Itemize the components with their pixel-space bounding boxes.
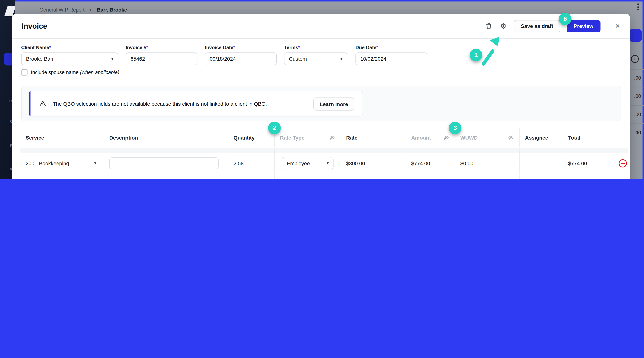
background-primary-button [629, 29, 642, 42]
invoice-number-value: 65462 [130, 56, 145, 62]
close-icon[interactable]: ✕ [614, 22, 622, 30]
client-name-select[interactable]: Brooke Barr ▾ [21, 53, 118, 65]
col-amount: Amount [406, 128, 455, 147]
col-service: Service [20, 128, 104, 147]
breadcrumb-barr-brooke: Barr, Brooke [97, 7, 127, 13]
terms-label: Terms [284, 45, 298, 50]
preview-button[interactable]: Preview [567, 20, 600, 32]
alert-accent-bar [29, 91, 30, 116]
col-actions [617, 128, 628, 147]
rate-cell: $300.00 [341, 153, 406, 174]
annotation-6: 6 [559, 13, 572, 25]
required-asterisk: * [376, 45, 378, 50]
wuwd-cell: $0.00 [455, 153, 520, 174]
table-row: 200 - Bookkeeping▾ 2.58 Employee ▾ $300.… [20, 153, 628, 174]
amount-cell: $774.00 [406, 153, 455, 174]
annotation-1: 1 [470, 49, 482, 61]
due-date-label: Due Date [356, 45, 376, 50]
breadcrumb: General WIP Report › Barr, Brooke [40, 6, 127, 13]
include-spouse-label: Include spouse name (when applicable) [31, 70, 119, 75]
divider [629, 69, 644, 70]
terms-value: Custom [289, 56, 307, 62]
required-asterisk: * [146, 45, 148, 50]
chevron-right-icon: › [90, 6, 92, 13]
col-wuwd: WUWD [455, 128, 520, 147]
service-select[interactable]: 200 - Bookkeeping▾ [20, 153, 104, 174]
due-date-field: Due Date* 10/02/2024 [356, 45, 427, 65]
invoice-table-header: Service Description Quantity Rate Type R… [20, 128, 628, 147]
amount-cell: $324.00 [406, 175, 455, 179]
quantity-cell: 2.58 [228, 153, 275, 174]
qbo-alert: The QBO selection fields are not availab… [21, 86, 621, 121]
invoice-date-value: 09/18/2024 [210, 56, 236, 62]
col-rate: Rate [341, 128, 406, 147]
terms-field: Terms* Custom ▾ [284, 45, 347, 65]
invoice-date-input[interactable]: 09/18/2024 [205, 53, 277, 65]
gear-icon[interactable] [499, 22, 507, 30]
modal-title: Invoice [22, 22, 47, 30]
service-cell: 200 - Bookkeeping [20, 175, 104, 179]
wuwd-cell: $ [455, 175, 520, 179]
include-spouse-checkbox[interactable] [21, 69, 28, 76]
invoice-number-input[interactable]: 65462 [126, 53, 198, 65]
client-name-field: Client Name* Brooke Barr ▾ [21, 45, 118, 65]
rate-cell: $ [341, 175, 406, 179]
total-cell [563, 175, 617, 179]
col-total: Total [563, 128, 617, 147]
invoice-date-field: Invoice Date* 09/18/2024 [205, 45, 277, 65]
invoice-number-label: Invoice # [126, 45, 146, 50]
invoice-modal: Invoice Save as draft Preview ✕ Client N… [12, 14, 630, 179]
trash-icon[interactable] [485, 22, 493, 30]
required-asterisk: * [233, 45, 235, 50]
table-row: 200 - Bookkeeping Context 1.08 $ $324.00… [20, 175, 628, 179]
client-name-label: Client Name [21, 45, 49, 50]
annotation-3: 3 [449, 122, 462, 134]
col-rate-type: Rate Type [275, 128, 341, 147]
learn-more-button[interactable]: Learn more [314, 98, 354, 111]
client-name-value: Brooke Barr [26, 56, 54, 62]
col-quantity: Quantity [228, 128, 275, 147]
divider [629, 87, 644, 88]
assignee-cell: Taryn E Sellers [520, 175, 563, 179]
annotation-2: 2 [268, 122, 281, 134]
rate-type-cell: Employee ▾ [275, 153, 341, 174]
assignee-cell [520, 153, 563, 174]
annotation-arrow [478, 35, 502, 67]
required-asterisk: * [49, 45, 51, 50]
eye-off-icon[interactable] [329, 135, 336, 141]
info-icon: i [631, 55, 639, 63]
col-description: Description [104, 128, 228, 147]
divider [629, 123, 644, 124]
required-asterisk: * [298, 45, 300, 50]
warning-icon [39, 100, 46, 107]
due-date-input[interactable]: 10/02/2024 [356, 53, 427, 65]
breadcrumb-general-wip-report[interactable]: General WIP Report [40, 7, 84, 13]
terms-select[interactable]: Custom ▾ [284, 53, 347, 65]
divider [629, 142, 644, 142]
eye-off-icon[interactable] [508, 135, 514, 141]
table-gap-strip [20, 148, 628, 153]
invoice-number-field: Invoice #* 65462 [126, 45, 198, 65]
caret-down-icon: ▾ [111, 56, 114, 61]
quantity-cell: 1.08 [228, 175, 275, 179]
invoice-date-label: Invoice Date [205, 45, 233, 50]
description-cell: Context [104, 175, 228, 179]
rate-type-cell [275, 175, 341, 179]
kebab-menu-icon[interactable] [636, 3, 641, 12]
col-assignee: Assignee [520, 128, 563, 147]
eye-off-icon[interactable] [443, 135, 450, 141]
save-as-draft-button[interactable]: Save as draft [514, 20, 560, 32]
description-input[interactable] [109, 157, 219, 169]
caret-down-icon: ▾ [94, 161, 96, 166]
divider [607, 21, 607, 32]
modal-header: Invoice Save as draft Preview ✕ [12, 14, 630, 39]
total-cell: $774.00 [563, 153, 617, 174]
alert-message: The QBO selection fields are not availab… [53, 101, 267, 107]
remove-row-icon[interactable] [619, 159, 627, 167]
description-cell [104, 153, 228, 174]
screenshot-stage: General WIP Report › Barr, Brooke i .00 … [0, 0, 644, 179]
caret-down-icon: ▾ [327, 161, 329, 166]
divider [629, 105, 644, 106]
rate-type-select[interactable]: Employee ▾ [282, 157, 334, 169]
caret-down-icon: ▾ [340, 56, 342, 61]
